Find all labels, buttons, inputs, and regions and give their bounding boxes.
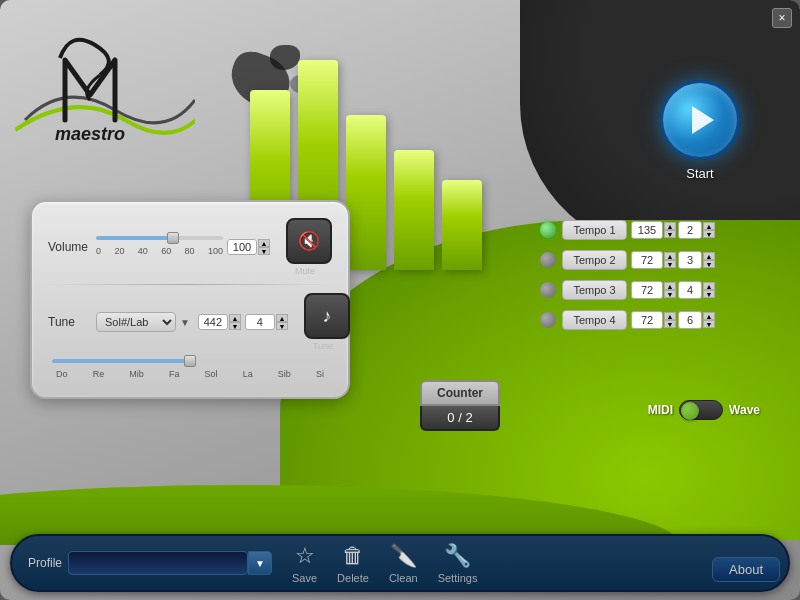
volume-value[interactable]: 100 [227,239,257,255]
profile-dropdown[interactable]: ▼ [248,551,272,575]
save-action[interactable]: ☆ Save [292,543,317,584]
settings-action[interactable]: 🔧 Settings [438,543,478,584]
tempo-4-spinner[interactable]: ▲ ▼ [664,312,676,328]
clean-icon: 🔪 [390,543,417,569]
mute-button[interactable]: 🔇 [286,218,332,264]
tune-freq-down[interactable]: ▼ [229,322,241,330]
midi-wave-row: MIDI Wave [648,400,760,420]
note-mib: Mib [129,369,144,379]
mark-40: 40 [138,246,148,256]
tempo-2-up[interactable]: ▲ [664,252,676,260]
tempo-1-down[interactable]: ▼ [664,230,676,238]
profile-label: Profile [28,556,62,570]
tempo-row-3: Tempo 3 72 ▲ ▼ 4 ▲ ▼ [540,280,780,300]
about-button[interactable]: About [712,557,780,582]
save-icon: ☆ [295,543,315,569]
start-button[interactable] [660,80,740,160]
tempo-3-beat-spinner[interactable]: ▲ ▼ [703,282,715,298]
mark-80: 80 [185,246,195,256]
tempo-2-down[interactable]: ▼ [664,260,676,268]
bar-3 [346,115,386,270]
tempo-3-beat[interactable]: 4 [678,281,702,299]
mark-20: 20 [114,246,124,256]
bottom-toolbar: Profile ▼ ☆ Save 🗑 Delete 🔪 Clean 🔧 Sett… [10,534,790,592]
note-sib: Sib [278,369,291,379]
tempo-3-down[interactable]: ▼ [664,290,676,298]
mark-100: 100 [208,246,223,256]
close-button[interactable]: × [772,8,792,28]
tempo-2-value[interactable]: 72 [631,251,663,269]
volume-thumb[interactable] [167,232,179,244]
tune-slider-area[interactable]: Do Re Mib Fa Sol La Sib Si [48,359,332,381]
tempo-4-beat[interactable]: 6 [678,311,702,329]
bar-5 [442,180,482,270]
start-area: Start [660,80,740,181]
midi-wave-toggle[interactable] [679,400,723,420]
save-label: Save [292,572,317,584]
counter-widget: Counter 0 / 2 [420,380,500,431]
volume-slider-container[interactable]: 0 20 40 60 80 100 [96,236,223,258]
tempo-1-beat-down[interactable]: ▼ [703,230,715,238]
tempo-2-button[interactable]: Tempo 2 [562,250,627,270]
tempo-2-beat[interactable]: 3 [678,251,702,269]
tempo-3-button[interactable]: Tempo 3 [562,280,627,300]
tune-oct-up[interactable]: ▲ [276,314,288,322]
midi-label: MIDI [648,403,673,417]
tempo-1-beat-spinner[interactable]: ▲ ▼ [703,222,715,238]
volume-label: Volume [48,240,96,254]
tempo-1-beat-up[interactable]: ▲ [703,222,715,230]
note-re: Re [93,369,105,379]
tempo-1-indicator [540,222,556,238]
tune-button[interactable]: ♪ [304,293,350,339]
volume-marks: 0 20 40 60 80 100 [96,244,223,258]
tempo-4-button[interactable]: Tempo 4 [562,310,627,330]
tempo-1-button[interactable]: Tempo 1 [562,220,627,240]
volume-spinner[interactable]: ▲ ▼ [258,239,270,255]
note-do: Do [56,369,68,379]
tune-freq-up[interactable]: ▲ [229,314,241,322]
tune-slider[interactable] [52,359,328,363]
note-fa: Fa [169,369,180,379]
clean-action[interactable]: 🔪 Clean [389,543,418,584]
volume-slider[interactable] [96,236,223,240]
mute-area: 🔇 Mute [278,218,332,276]
delete-action[interactable]: 🗑 Delete [337,543,369,584]
tempo-4-beat-up[interactable]: ▲ [703,312,715,320]
tempo-2-spinner[interactable]: ▲ ▼ [664,252,676,268]
tempo-4-value[interactable]: 72 [631,311,663,329]
tempo-4-beat-spinner[interactable]: ▲ ▼ [703,312,715,328]
clean-label: Clean [389,572,418,584]
bar-4 [394,150,434,270]
tempo-3-beat-up[interactable]: ▲ [703,282,715,290]
volume-up[interactable]: ▲ [258,239,270,247]
profile-input[interactable] [68,551,248,575]
tempo-4-up[interactable]: ▲ [664,312,676,320]
tempo-3-up[interactable]: ▲ [664,282,676,290]
tune-thumb[interactable] [184,355,196,367]
divider-1 [48,284,332,285]
mute-label: Mute [295,266,315,276]
tempo-2-beat-up[interactable]: ▲ [703,252,715,260]
tempo-3-beat-down[interactable]: ▼ [703,290,715,298]
tempo-2-beat-down[interactable]: ▼ [703,260,715,268]
note-la: La [243,369,253,379]
toggle-knob [681,402,699,420]
tempo-3-spinner[interactable]: ▲ ▼ [664,282,676,298]
tempo-1-up[interactable]: ▲ [664,222,676,230]
tune-oct-down[interactable]: ▼ [276,322,288,330]
tempo-1-spinner[interactable]: ▲ ▼ [664,222,676,238]
tune-freq-spinner[interactable]: ▲ ▼ [229,314,241,330]
tempo-2-beat-spinner[interactable]: ▲ ▼ [703,252,715,268]
tempo-1-value[interactable]: 135 [631,221,663,239]
tune-octave[interactable]: 4 [245,314,275,330]
note-sol: Sol [205,369,218,379]
tempo-4-down[interactable]: ▼ [664,320,676,328]
tempo-1-beat[interactable]: 2 [678,221,702,239]
tempo-4-beat-down[interactable]: ▼ [703,320,715,328]
tune-frequency[interactable]: 442 [198,314,228,330]
tune-note-select[interactable]: Sol#/Lab [96,312,176,332]
tune-oct-spinner[interactable]: ▲ ▼ [276,314,288,330]
volume-down[interactable]: ▼ [258,247,270,255]
tempo-3-value[interactable]: 72 [631,281,663,299]
tempo-4-indicator [540,312,556,328]
